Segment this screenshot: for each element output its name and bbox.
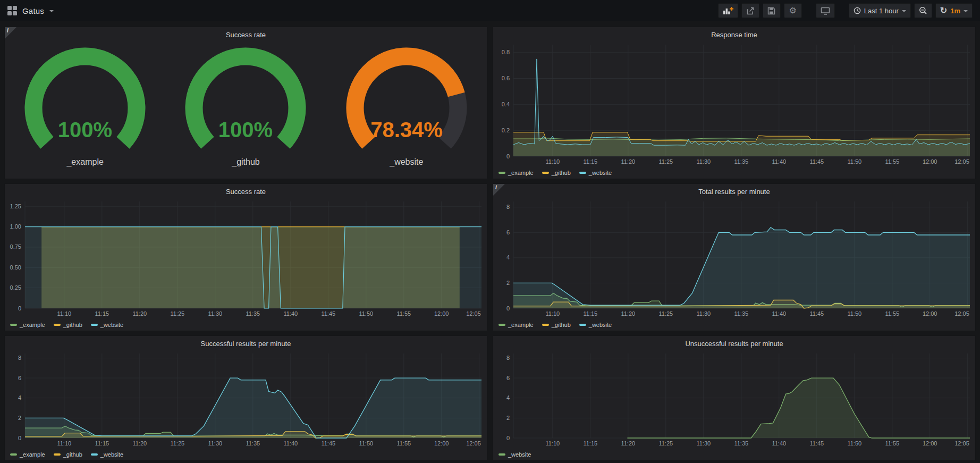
panel-title[interactable]: Success rate — [5, 27, 487, 40]
chart-total-results[interactable]: 0246811:1011:1511:2011:2511:3011:3511:40… — [493, 197, 975, 319]
legend-item-_website[interactable]: _website — [579, 322, 612, 328]
legend-item-_github[interactable]: _github — [54, 451, 82, 458]
svg-text:11:25: 11:25 — [658, 440, 673, 447]
legend-label: _github — [63, 322, 82, 328]
chart-response-time[interactable]: 00.20.40.60.811:1011:1511:2011:2511:3011… — [493, 40, 975, 167]
legend-item-_github[interactable]: _github — [542, 170, 571, 176]
panel-info-icon[interactable]: i — [5, 27, 16, 39]
legend-swatch — [499, 172, 505, 174]
legend-label: _website — [100, 322, 123, 328]
legend-item-_github[interactable]: _github — [54, 322, 82, 328]
svg-text:4: 4 — [506, 254, 510, 260]
svg-text:1.00: 1.00 — [10, 223, 21, 230]
tv-mode-button[interactable] — [816, 3, 835, 18]
share-icon — [746, 7, 755, 15]
svg-text:12:00: 12:00 — [923, 158, 937, 165]
svg-text:11:40: 11:40 — [772, 310, 786, 317]
zoom-out-icon — [919, 6, 927, 15]
legend-item-_example[interactable]: _example — [10, 322, 45, 328]
svg-text:11:50: 11:50 — [359, 310, 373, 317]
chart-successful-results[interactable]: 0246811:1011:1511:2011:2511:3011:3511:40… — [5, 349, 487, 449]
share-button[interactable] — [741, 3, 759, 18]
svg-text:12:05: 12:05 — [466, 440, 481, 447]
legend-item-_example[interactable]: _example — [499, 170, 534, 176]
svg-text:0.75: 0.75 — [10, 243, 21, 250]
svg-text:11:55: 11:55 — [885, 440, 899, 447]
panel-title[interactable]: Successful results per minute — [5, 336, 487, 349]
dashboard-title[interactable]: Gatus — [22, 6, 44, 15]
legend-label: _example — [20, 322, 45, 328]
svg-text:11:25: 11:25 — [170, 310, 184, 317]
svg-text:11:30: 11:30 — [696, 158, 711, 165]
svg-text:12:05: 12:05 — [954, 158, 969, 165]
panel-title[interactable]: Unsuccessful results per minute — [493, 336, 975, 349]
legend-swatch — [499, 453, 505, 456]
legend-item-_example[interactable]: _example — [499, 322, 534, 328]
settings-button[interactable]: ⚙ — [784, 3, 802, 18]
panel-title[interactable]: Success rate — [5, 184, 487, 197]
time-range-label: Last 1 hour — [864, 7, 899, 15]
legend-label: _website — [508, 451, 531, 458]
svg-text:11:50: 11:50 — [847, 310, 861, 317]
svg-text:0.4: 0.4 — [502, 101, 510, 107]
panel-success-rate-gauges: i Success rate 100%_example100%_github78… — [4, 27, 487, 179]
svg-text:11:55: 11:55 — [396, 440, 411, 447]
refresh-picker[interactable]: ↻ 1m — [935, 3, 973, 18]
zoom-out-button[interactable] — [914, 3, 932, 18]
legend: _example_github_website — [5, 319, 487, 331]
time-range-picker[interactable]: Last 1 hour — [849, 3, 911, 18]
svg-text:8: 8 — [18, 355, 21, 361]
svg-text:11:40: 11:40 — [283, 440, 298, 447]
legend-label: _github — [552, 322, 571, 328]
chart-svg[interactable]: 0246811:1011:1511:2011:2511:3011:3511:40… — [493, 197, 975, 319]
gauge-value: 100% — [218, 118, 273, 141]
svg-text:11:50: 11:50 — [359, 440, 373, 447]
svg-text:11:20: 11:20 — [132, 310, 147, 317]
clock-icon — [854, 7, 861, 14]
chart-unsuccessful-results[interactable]: 0246811:1011:1511:2011:2511:3011:3511:40… — [493, 349, 975, 449]
svg-text:11:45: 11:45 — [809, 310, 824, 317]
legend-item-_website[interactable]: _website — [499, 451, 531, 458]
legend-item-_example[interactable]: _example — [10, 451, 45, 458]
svg-text:0.8: 0.8 — [502, 49, 510, 55]
chart-svg[interactable]: 00.20.40.60.811:1011:1511:2011:2511:3011… — [493, 40, 975, 167]
legend: _example_github_website — [5, 449, 487, 460]
add-panel-button[interactable] — [718, 3, 738, 18]
svg-text:12:05: 12:05 — [954, 440, 969, 447]
legend-item-_website[interactable]: _website — [91, 322, 123, 328]
nav-left: Gatus — [7, 6, 54, 15]
legend-swatch — [10, 453, 17, 456]
svg-text:11:10: 11:10 — [545, 158, 560, 165]
svg-text:11:50: 11:50 — [847, 158, 861, 165]
gauge-_example: 100%_example — [5, 47, 165, 167]
legend-item-_website[interactable]: _website — [91, 451, 123, 458]
svg-text:11:40: 11:40 — [283, 310, 298, 317]
legend-label: _website — [589, 322, 612, 328]
svg-text:2: 2 — [18, 415, 21, 421]
navbar: Gatus ⚙ — [0, 0, 980, 21]
legend-item-_github[interactable]: _github — [542, 322, 571, 328]
panel-info-icon[interactable]: i — [493, 184, 505, 196]
legend-item-_website[interactable]: _website — [579, 170, 612, 176]
svg-text:11:10: 11:10 — [545, 440, 560, 447]
chevron-down-icon — [964, 10, 968, 14]
chevron-down-icon[interactable] — [49, 10, 54, 14]
chart-svg[interactable]: 0246811:1011:1511:2011:2511:3011:3511:40… — [493, 349, 975, 449]
svg-text:11:30: 11:30 — [208, 440, 222, 447]
dashboards-grid-icon[interactable] — [7, 6, 17, 15]
chart-svg[interactable]: 00.250.500.751.001.2511:1011:1511:2011:2… — [5, 197, 487, 319]
panel-title[interactable]: Response time — [493, 27, 975, 40]
gauge-_website: 78.34%_website — [327, 47, 486, 167]
chart-success-rate[interactable]: 00.250.500.751.001.2511:1011:1511:2011:2… — [5, 197, 487, 319]
legend-label: _website — [100, 451, 123, 458]
svg-text:11:35: 11:35 — [734, 158, 748, 165]
save-button[interactable] — [763, 3, 781, 18]
legend-label: _github — [63, 451, 82, 458]
nav-toolbar: ⚙ Last 1 hour ↻ 1m — [715, 3, 973, 18]
chart-svg[interactable]: 0246811:1011:1511:2011:2511:3011:3511:40… — [5, 349, 487, 449]
svg-text:12:00: 12:00 — [434, 440, 449, 447]
add-panel-icon — [723, 6, 733, 15]
legend-label: _example — [508, 322, 534, 328]
panel-title[interactable]: Total results per minute — [493, 184, 975, 197]
gauge-svg: 100% — [5, 47, 165, 156]
